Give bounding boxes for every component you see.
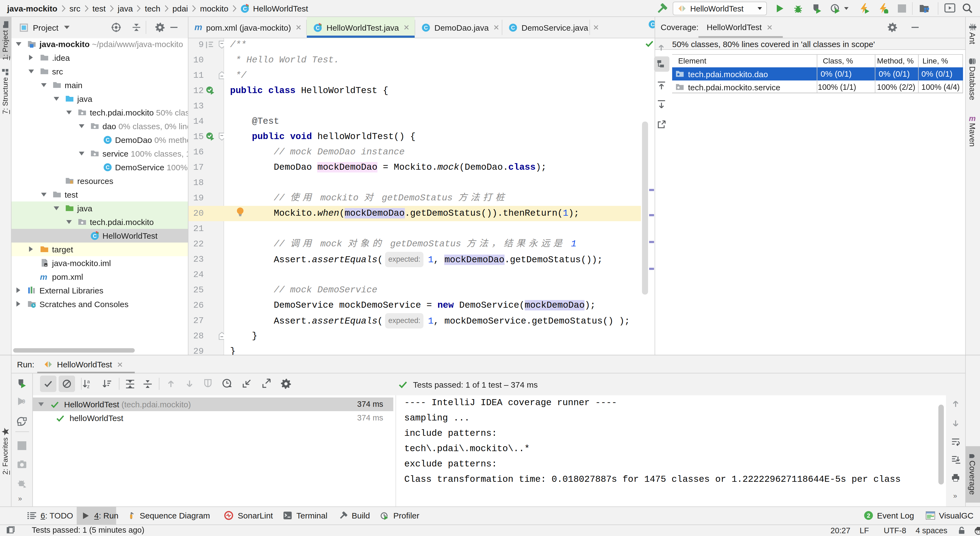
svg-text:C: C <box>243 6 247 12</box>
svg-text:9: 9 <box>22 398 25 405</box>
svg-text:C: C <box>511 24 515 30</box>
svg-text:2: 2 <box>867 512 870 519</box>
svg-text:C: C <box>651 21 655 27</box>
svg-text:C: C <box>424 24 428 30</box>
svg-text:z: z <box>87 384 89 389</box>
svg-text:C: C <box>106 164 110 170</box>
svg-text:a: a <box>87 379 90 384</box>
svg-text:C: C <box>93 233 97 239</box>
svg-text:C: C <box>106 137 110 143</box>
svg-text:C: C <box>316 25 320 31</box>
